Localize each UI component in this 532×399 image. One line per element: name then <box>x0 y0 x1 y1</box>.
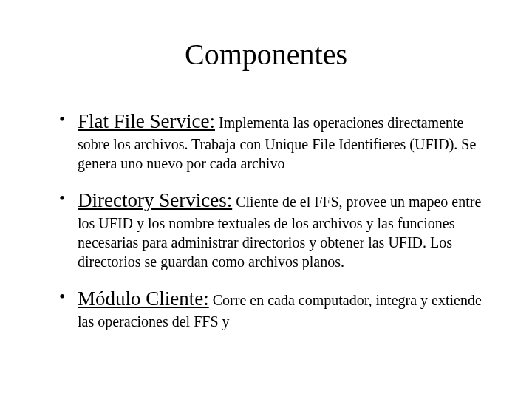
item-heading: Directory Services: <box>78 189 232 211</box>
item-heading: Flat File Service: <box>78 110 215 132</box>
list-item: Directory Services: Cliente de el FFS, p… <box>59 188 488 271</box>
list-item: Flat File Service: Implementa las operac… <box>59 109 488 173</box>
item-heading: Módulo Cliente: <box>78 287 209 310</box>
slide-title: Componentes <box>44 37 488 72</box>
bullet-list: Flat File Service: Implementa las operac… <box>44 109 488 331</box>
list-item: Módulo Cliente: Corre en cada computador… <box>59 286 488 331</box>
